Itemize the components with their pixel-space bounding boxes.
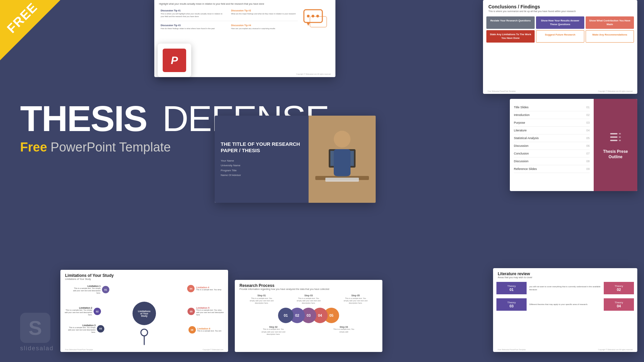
step-col-5: Step 05 This is a sample text. You simpl… — [343, 294, 368, 304]
outline-label-5: Statistical Analysis — [514, 136, 539, 140]
lim-node-3: Limitation 3 This is a sample text. You … — [67, 324, 104, 334]
slidesalad-name: slidesalad — [20, 345, 54, 352]
outline-num-8: 08 — [586, 160, 590, 163]
slide-conclusions: Conclusions / Findings This is where you… — [483, 0, 637, 94]
subtitle-rest: PowerPoint Template — [51, 140, 171, 154]
outline-num-5: 05 — [586, 136, 590, 140]
outline-num-9: 09 — [586, 167, 590, 171]
subtitle-free: Free — [20, 140, 47, 154]
conclusions-subtitle: This is where you summarize and tie up a… — [488, 10, 632, 12]
outline-row-1: Title Slides 01 — [514, 104, 590, 111]
lim-node-6: 06 Limitation 6 This is a sample text. Y… — [189, 326, 221, 334]
magnifier-icon — [139, 328, 149, 345]
conc-cell-3: Show What Contribution You Have Made — [586, 16, 634, 29]
lim-diagram: Limitation 1 This is a sample text. You … — [60, 282, 228, 345]
outline-row-5: Statistical Analysis 05 — [514, 134, 590, 142]
outline-num-2: 02 — [586, 113, 590, 117]
svg-rect-8 — [610, 140, 618, 141]
svg-rect-20 — [325, 178, 359, 182]
lit-title: Literature review — [498, 272, 633, 276]
slide-title-main: THE TITLE OF YOUR RESEARCH PAPER / THESI… — [215, 116, 376, 203]
svg-rect-7 — [610, 136, 618, 138]
theory-01: Theory 01 — [496, 282, 527, 294]
lit-header: Literature review Areas that you may wis… — [493, 268, 637, 280]
outline-num-7: 07 — [586, 152, 590, 155]
paper-title: THE TITLE OF YOUR RESEARCH PAPER / THESI… — [221, 141, 303, 154]
slide-research: Research Process Provide information reg… — [235, 280, 382, 352]
conclusions-footer-left: Free Slidesalad PowerPoint Template — [488, 90, 516, 92]
outline-num-6: 06 — [586, 144, 590, 147]
lit-mid-1: you will not want to cover everything th… — [528, 282, 602, 294]
outline-label-8: Discussion — [514, 160, 529, 163]
outline-right-title: Thesis PreseOutline — [603, 149, 628, 160]
tip4-text: How can you explain any unusual or surpr… — [231, 27, 296, 30]
outline-label-2: Introduction — [514, 113, 530, 117]
outline-label-9: Reference Slides — [514, 167, 537, 171]
outline-row-2: Introduction 02 — [514, 111, 590, 119]
lim-footer: Free Slidesalad PowerPoint Template Copy… — [65, 349, 223, 351]
tip4-title: Discussion Tip #4 — [231, 24, 296, 26]
conclusions-footer-right: Copyright © Slidesalad.com All rights re… — [598, 90, 633, 92]
person-photo — [309, 116, 376, 203]
university-name: University Name — [221, 163, 303, 168]
tip1-title: Discussion Tip #1 — [161, 9, 226, 12]
outline-label-3: Purpose — [514, 121, 525, 124]
outline-label-7: Conclusion — [514, 152, 529, 155]
conc-cell-5: Suggest Future Research — [536, 30, 584, 43]
list-icon — [609, 130, 622, 144]
tip1-text: This is where you will highlight what yo… — [161, 13, 226, 18]
svg-rect-6 — [610, 133, 618, 134]
research-header: Research Process Provide information reg… — [235, 280, 382, 292]
outline-label-6: Discussion — [514, 144, 529, 147]
advisor-name: Name Of Advisor — [221, 173, 303, 178]
svg-point-1 — [307, 15, 310, 17]
research-subtitle: Provide information regarding how you ha… — [239, 288, 378, 290]
lit-footer: Free Slidesalad PowerPoint Template Copy… — [498, 349, 633, 351]
svg-rect-11 — [619, 140, 621, 141]
slide-limitations: Limitations of Your Study Limitations of… — [60, 270, 228, 352]
program-title: Program Title — [221, 168, 303, 173]
ppt-icon: P — [158, 44, 191, 77]
lim-title: Limitations of Your Study — [65, 273, 223, 278]
slidesalad-icon: S — [20, 313, 50, 343]
research-title: Research Process — [239, 283, 378, 288]
tip3-title: Discussion Tip #3 — [161, 24, 226, 26]
outline-num-1: 01 — [586, 106, 590, 109]
slide-outline: Title Slides 01 Introduction 02 Purpose … — [510, 99, 637, 191]
outline-row-3: Purpose 03 — [514, 119, 590, 127]
title-slide-right — [309, 116, 376, 203]
outline-label-4: Literature — [514, 129, 527, 132]
title-thesis: THESIS — [20, 98, 147, 139]
conc-cell-4: State Any Limitations To The Work You Ha… — [486, 30, 535, 43]
outline-num-3: 03 — [586, 121, 590, 124]
chat-icon — [303, 9, 328, 31]
outline-row-8: Discussion 08 — [514, 158, 590, 165]
outline-num-4: 04 — [586, 129, 590, 132]
lim-subtitle: Limitations of Your Study — [65, 278, 223, 280]
step-col-1: Step 01 This is a sample text. You simpl… — [249, 294, 274, 304]
research-top-steps: Step 01 This is a sample text. You simpl… — [235, 293, 382, 306]
svg-rect-5 — [310, 16, 327, 27]
circles-row: 01 02 03 04 05 — [235, 306, 382, 324]
conc-cell-2: Show How Your Results Answer These Quest… — [536, 16, 584, 29]
title-slide-left: THE TITLE OF YOUR RESEARCH PAPER / THESI… — [215, 116, 309, 203]
lim-node-5: 05 Limitation 5 This is a sample text. Y… — [187, 307, 225, 316]
svg-rect-19 — [334, 149, 351, 176]
lit-grid-row1: Theory 01 you will not want to cover eve… — [493, 280, 637, 296]
lim-center: Limitationsof YourStudy — [132, 302, 156, 325]
outline-list: Title Slides 01 Introduction 02 Purpose … — [510, 99, 594, 191]
step-col-4: Step 04 This is a sample text. You simpl… — [331, 326, 356, 335]
theory-03: Theory 03 — [496, 298, 527, 311]
svg-rect-9 — [619, 133, 621, 134]
svg-point-18 — [334, 131, 351, 147]
conc-cell-1: Restate Your Research Questions — [486, 16, 535, 29]
outline-right-panel: Thesis PreseOutline — [594, 99, 637, 191]
tip3-text: How do these findings relate to what oth… — [161, 27, 226, 30]
outline-label-1: Title Slides — [514, 106, 529, 109]
lim-footer-left: Free Slidesalad PowerPoint Template — [65, 349, 93, 351]
outline-row-4: Literature 04 — [514, 127, 590, 134]
theory-04: Theory 04 — [604, 298, 634, 311]
lit-mid-2: Different theories that may apply to you… — [528, 298, 602, 311]
conclusions-title: Conclusions / Findings — [488, 4, 632, 9]
slide-literature: Literature review Areas that you may wis… — [493, 268, 637, 352]
